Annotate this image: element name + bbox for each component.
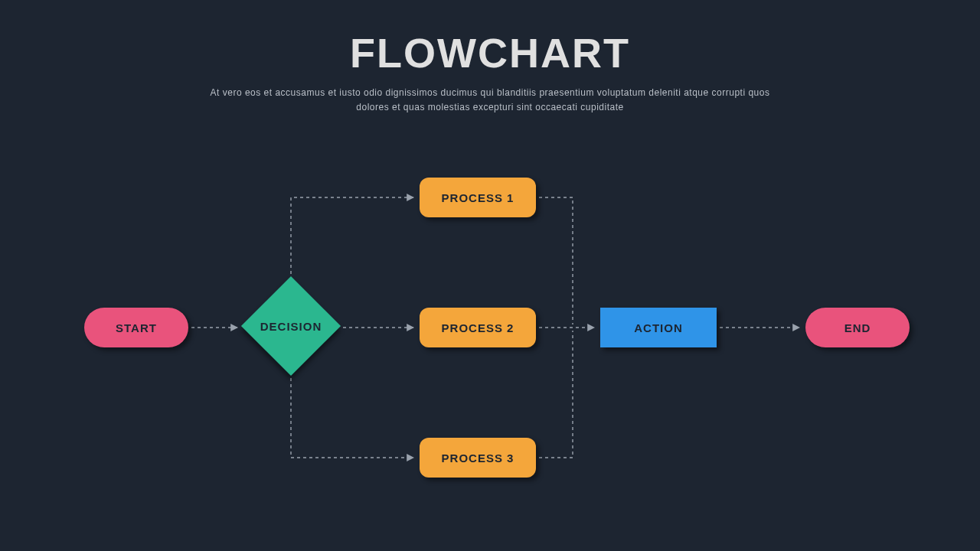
- node-process-2-label: PROCESS 2: [442, 321, 514, 334]
- node-start: START: [84, 308, 188, 347]
- page-subtitle: At vero eos et accusamus et iusto odio d…: [199, 86, 781, 115]
- edge-process1-merge: [539, 197, 573, 324]
- edge-decision-process3: [291, 378, 413, 458]
- node-decision-label: DECISION: [260, 320, 322, 333]
- node-end: END: [805, 308, 910, 347]
- node-process-3: PROCESS 3: [420, 438, 536, 478]
- node-end-label: END: [844, 321, 871, 334]
- node-process-2: PROCESS 2: [420, 308, 536, 347]
- node-decision: DECISION: [240, 276, 341, 377]
- node-action: ACTION: [600, 308, 717, 347]
- node-process-3-label: PROCESS 3: [442, 452, 514, 465]
- node-process-1: PROCESS 1: [420, 178, 536, 217]
- node-action-label: ACTION: [634, 321, 683, 334]
- edge-decision-process1: [291, 197, 413, 274]
- edge-process3-merge: [539, 331, 573, 458]
- node-start-label: START: [116, 321, 157, 334]
- page-title: FLOWCHART: [0, 29, 980, 77]
- node-process-1-label: PROCESS 1: [442, 191, 514, 204]
